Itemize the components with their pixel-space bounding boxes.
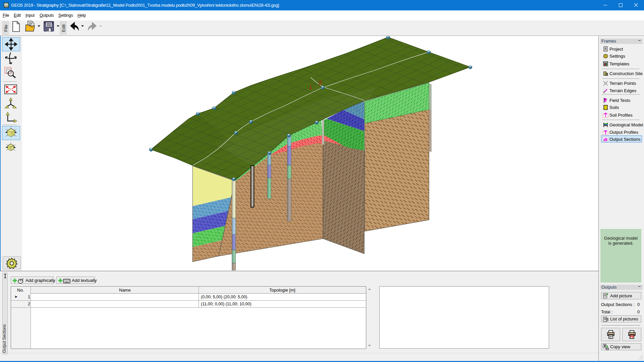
- svg-text:2: 2: [319, 80, 322, 86]
- svg-text:1: 1: [309, 84, 312, 90]
